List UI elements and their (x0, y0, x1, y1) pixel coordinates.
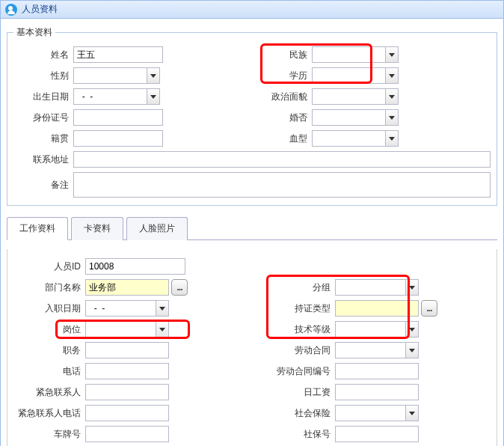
dailywage-input[interactable] (335, 384, 419, 400)
window-title: 人员资料 (22, 3, 58, 16)
phone-input[interactable] (85, 363, 169, 379)
hiredate-label: 入职日期 (13, 302, 85, 315)
person-icon (5, 4, 17, 16)
insurance-input[interactable] (335, 405, 405, 421)
gender-label: 性别 (13, 70, 73, 82)
blood-input[interactable] (312, 130, 385, 147)
nation-dropdown-button[interactable] (385, 46, 399, 63)
edu-input[interactable] (312, 67, 385, 84)
remark-input[interactable] (73, 172, 491, 198)
tab-card[interactable]: 卡资料 (71, 217, 123, 240)
basic-info-group: 基本资料 姓名 性别 出生日期 (7, 26, 497, 206)
cardtype-lookup-button[interactable]: ... (421, 300, 437, 317)
blood-dropdown-button[interactable] (385, 130, 399, 147)
gender-dropdown-button[interactable] (147, 67, 160, 84)
chevron-down-icon (409, 328, 415, 332)
idnum-input[interactable] (73, 109, 163, 126)
name-label: 姓名 (13, 49, 73, 61)
chevron-down-icon (409, 286, 415, 290)
group-dropdown-button[interactable] (405, 279, 419, 296)
emgphone-label: 紧急联系人电话 (13, 407, 85, 420)
car-input[interactable] (85, 426, 169, 442)
contract-input[interactable] (335, 342, 405, 358)
birth-label: 出生日期 (13, 91, 73, 103)
personid-input[interactable] (85, 258, 185, 275)
contractno-input[interactable] (335, 363, 419, 379)
skill-combo[interactable] (335, 321, 419, 337)
personid-label: 人员ID (13, 260, 85, 273)
group-input[interactable] (335, 279, 405, 296)
post-dropdown-button[interactable] (156, 321, 169, 337)
gender-combo[interactable] (73, 67, 160, 84)
skill-input[interactable] (335, 321, 405, 337)
ssn-label: 社保号 (263, 428, 335, 441)
chevron-down-icon (159, 328, 165, 332)
politics-dropdown-button[interactable] (385, 88, 399, 105)
address-label: 联系地址 (13, 153, 73, 166)
insurance-label: 社会保险 (263, 407, 335, 420)
address-input[interactable] (73, 151, 491, 168)
insurance-combo[interactable] (335, 405, 419, 421)
hiredate-combo[interactable] (85, 300, 169, 317)
name-input[interactable] (73, 46, 163, 63)
politics-combo[interactable] (312, 88, 399, 105)
native-input[interactable] (73, 130, 163, 147)
contract-label: 劳动合同 (263, 344, 335, 357)
chevron-down-icon (389, 116, 395, 120)
contract-dropdown-button[interactable] (405, 342, 419, 358)
phone-label: 电话 (13, 365, 85, 378)
politics-input[interactable] (312, 88, 385, 105)
marriage-input[interactable] (312, 109, 385, 126)
cardtype-label: 持证类型 (263, 302, 335, 315)
chevron-down-icon (159, 307, 165, 311)
basic-info-legend: 基本资料 (13, 26, 55, 39)
contractno-label: 劳动合同编号 (263, 365, 335, 378)
emgcontact-label: 紧急联系人 (13, 386, 85, 399)
group-combo[interactable] (335, 279, 419, 296)
tab-work[interactable]: 工作资料 (7, 217, 68, 240)
remark-label: 备注 (13, 179, 73, 192)
post-input[interactable] (85, 321, 156, 337)
skill-dropdown-button[interactable] (405, 321, 419, 337)
dailywage-label: 日工资 (263, 386, 335, 399)
tabstrip: 工作资料 卡资料 人脸照片 (7, 216, 497, 240)
skill-label: 技术等级 (263, 323, 335, 336)
titlebar: 人员资料 (1, 1, 503, 19)
ssn-input[interactable] (335, 426, 419, 442)
duty-input[interactable] (85, 342, 169, 358)
dept-label: 部门名称 (13, 281, 85, 294)
post-label: 岗位 (13, 323, 85, 336)
dept-lookup-button[interactable]: ... (171, 279, 188, 296)
gender-input[interactable] (73, 67, 147, 84)
chevron-down-icon (389, 53, 395, 57)
chevron-down-icon (389, 95, 395, 99)
nation-label: 民族 (252, 49, 312, 61)
native-label: 籍贯 (13, 132, 73, 145)
dept-input[interactable] (85, 279, 169, 296)
edu-dropdown-button[interactable] (385, 67, 399, 84)
edu-combo[interactable] (312, 67, 399, 84)
car-label: 车牌号 (13, 428, 85, 441)
birth-input[interactable] (73, 88, 147, 105)
insurance-dropdown-button[interactable] (405, 405, 419, 421)
cardtype-input[interactable] (335, 300, 419, 317)
marriage-combo[interactable] (312, 109, 399, 126)
emgcontact-input[interactable] (85, 384, 169, 400)
birth-combo[interactable] (73, 88, 160, 105)
idnum-label: 身份证号 (13, 112, 73, 124)
hiredate-dropdown-button[interactable] (156, 300, 169, 317)
edu-label: 学历 (252, 70, 312, 82)
marriage-dropdown-button[interactable] (385, 109, 399, 126)
nation-combo[interactable] (312, 46, 399, 63)
hiredate-input[interactable] (85, 300, 156, 317)
blood-combo[interactable] (312, 130, 399, 147)
nation-input[interactable] (312, 46, 385, 63)
group-label: 分组 (263, 281, 335, 294)
post-combo[interactable] (85, 321, 169, 337)
chevron-down-icon (389, 137, 395, 141)
birth-dropdown-button[interactable] (147, 88, 160, 105)
emgphone-input[interactable] (85, 405, 169, 421)
contract-combo[interactable] (335, 342, 419, 358)
politics-label: 政治面貌 (252, 91, 312, 103)
tab-face[interactable]: 人脸照片 (126, 217, 188, 240)
